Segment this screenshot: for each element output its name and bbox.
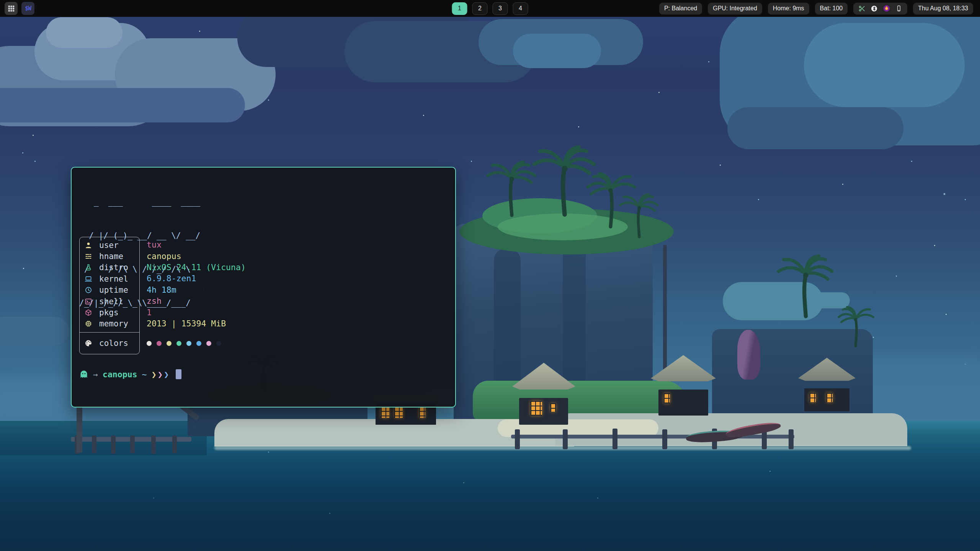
- power-profile-pill[interactable]: P: Balanced: [659, 3, 702, 15]
- clock-label: Thu Aug 08, 18:33: [918, 5, 968, 12]
- dock-post: [172, 435, 177, 453]
- system-fetch-panel: user hname distro kernel uptime shell: [79, 237, 246, 354]
- fetch-value: canopus: [147, 250, 246, 261]
- cloud-top-right-light: [804, 23, 965, 107]
- fence-post: [612, 429, 617, 449]
- system-tray: [853, 3, 907, 15]
- terminal-color-palette: [147, 333, 246, 354]
- terminal-window[interactable]: _ ___ ____ ____ / |/ (_)_ __/ __ \/ __/ …: [71, 167, 456, 408]
- battery-pill[interactable]: Bat: 100: [815, 3, 848, 15]
- palette-dot: [186, 341, 191, 346]
- fetch-row-pkgs: pkgs: [80, 307, 139, 318]
- clock-icon: [85, 286, 92, 294]
- fetch-label: distro: [99, 263, 128, 272]
- bar-left-group: $W: [5, 2, 34, 15]
- ghost-icon: [79, 370, 88, 379]
- power-profile-label: P: Balanced: [664, 5, 697, 12]
- fence-post: [563, 429, 568, 449]
- fetch-value: 1: [147, 306, 246, 318]
- fetch-value: NixOS 24.11 (Vicuna): [147, 262, 246, 273]
- fence-post: [662, 429, 667, 449]
- fetch-value: 2013 | 15394 MiB: [147, 318, 246, 329]
- fetch-label: pkgs: [99, 308, 119, 317]
- fence-post: [789, 429, 794, 449]
- beach-fence-rail: [511, 435, 794, 439]
- flameshot-icon[interactable]: [883, 5, 890, 12]
- workspace-label: 4: [519, 5, 522, 12]
- fetch-row-distro: distro: [80, 262, 139, 273]
- workspace-switcher: 1 2 3 4: [452, 0, 528, 17]
- fetch-label: uptime: [99, 285, 128, 295]
- shell-prompt[interactable]: → canopus ~ ❯ ❯ ❯: [79, 369, 181, 379]
- fetch-value: 6.9.8-zen1: [147, 273, 246, 284]
- palette-dot: [167, 341, 172, 346]
- prompt-chevron: ❯: [164, 370, 169, 379]
- prompt-chevron: ❯: [152, 370, 157, 379]
- laptop-icon: [85, 275, 92, 283]
- home-latency-pill[interactable]: Home: 9ms: [768, 3, 809, 15]
- terminal-cursor[interactable]: [176, 369, 181, 379]
- special-workspace-button[interactable]: $W: [21, 2, 34, 15]
- fetch-label: colors: [99, 339, 128, 348]
- fetch-value: tux: [147, 239, 246, 250]
- workspace-4[interactable]: 4: [513, 2, 528, 15]
- fetch-row-user: user: [80, 240, 139, 251]
- cloud-mid-left: [0, 317, 69, 345]
- hut-one: [512, 363, 575, 425]
- fetch-row-kernel: kernel: [80, 273, 139, 284]
- cloud-shadow: [0, 88, 245, 122]
- clipboard-scissors-icon[interactable]: [858, 5, 866, 12]
- workspace-label: 2: [478, 5, 482, 12]
- fetch-label: hname: [99, 252, 123, 261]
- dock-post: [111, 435, 116, 454]
- user-icon: [85, 241, 92, 249]
- phone-icon[interactable]: [895, 5, 902, 12]
- gpu-pill[interactable]: GPU: Integrated: [708, 3, 762, 15]
- fetch-value: 4h 18m: [147, 284, 246, 295]
- app-grid-icon: [8, 5, 15, 12]
- palette-dot: [147, 341, 152, 346]
- prompt-path: ~: [142, 370, 147, 379]
- palm-tree-icon: [835, 306, 877, 348]
- hut-three: [798, 358, 856, 411]
- flask-icon: [85, 264, 92, 271]
- package-icon: [85, 309, 92, 316]
- hut-two: [651, 355, 716, 416]
- dock-post: [130, 435, 135, 453]
- palette-dot: [216, 341, 221, 346]
- workspace-1[interactable]: 1: [452, 2, 467, 15]
- fetch-label: memory: [99, 319, 128, 328]
- prompt-hostname: canopus: [103, 370, 137, 379]
- chip-icon: [85, 320, 92, 328]
- clock-pill[interactable]: Thu Aug 08, 18:33: [913, 3, 973, 15]
- top-bar: $W 1 2 3 4 P: Balanced GPU: Integrated H…: [0, 0, 980, 17]
- prompt-arrow: →: [93, 370, 98, 379]
- bluetooth-icon[interactable]: [871, 5, 878, 12]
- tiki-statue: [737, 330, 760, 380]
- home-latency-label: Home: 9ms: [773, 5, 804, 12]
- palm-tree-icon: [773, 254, 838, 320]
- shell-icon: [85, 298, 92, 305]
- gpu-label: GPU: Integrated: [713, 5, 757, 12]
- ascii-logo-line: _ ___ ____ ____: [79, 197, 200, 208]
- cloud-top-right-low: [727, 107, 903, 149]
- workspace-label: 1: [458, 5, 461, 12]
- fetch-row-hname: hname: [80, 251, 139, 262]
- workspace-3[interactable]: 3: [493, 2, 508, 15]
- workspace-2[interactable]: 2: [472, 2, 488, 15]
- app-launcher-button[interactable]: [5, 2, 18, 15]
- fetch-label: user: [99, 241, 119, 250]
- cloud-puff: [46, 17, 122, 48]
- palette-dot: [157, 341, 162, 346]
- workspace-label: 3: [498, 5, 502, 12]
- fetch-row-shell: shell: [80, 296, 139, 307]
- fetch-label-column: user hname distro kernel uptime shell: [79, 237, 140, 354]
- fetch-value: zsh: [147, 295, 246, 306]
- spacer: [147, 329, 246, 333]
- battery-label: Bat: 100: [820, 5, 843, 12]
- fence-post: [515, 429, 520, 449]
- fetch-value-column: tux canopus NixOS 24.11 (Vicuna) 6.9.8-z…: [147, 237, 246, 354]
- dock-post: [151, 435, 156, 454]
- special-workspace-label: $W: [25, 5, 31, 12]
- palm-tree-icon: [616, 193, 662, 239]
